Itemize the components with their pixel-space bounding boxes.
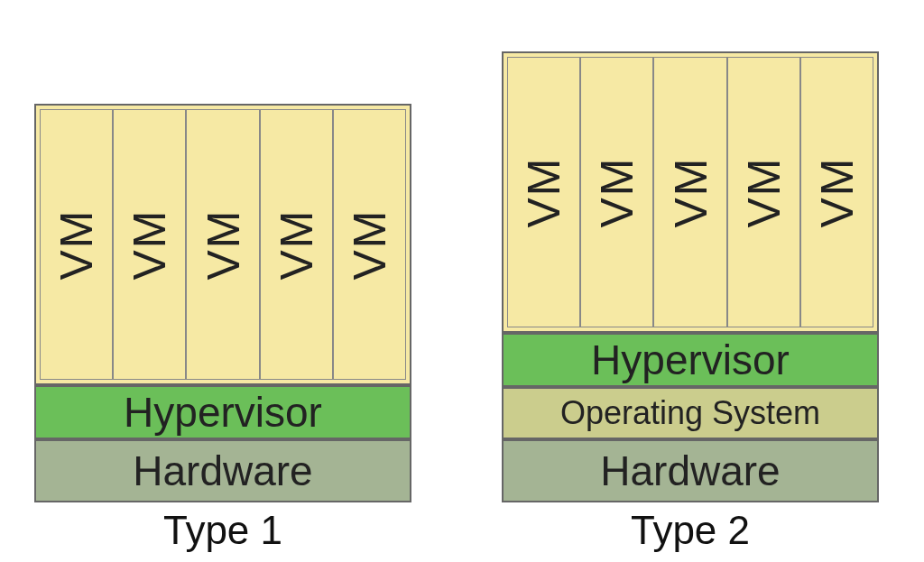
vm-box: VM [260,109,333,380]
vm-box: VM [333,109,406,380]
vm-row: VM VM VM VM VM [502,51,879,333]
vm-row: VM VM VM VM VM [34,104,411,385]
vm-box: VM [800,57,873,327]
vm-box: VM [186,109,259,380]
vm-box: VM [507,57,580,327]
stack-caption-type1: Type 1 [34,508,411,553]
hardware-layer: Hardware [34,439,411,502]
vm-box: VM [727,57,800,327]
hypervisor-layer: Hypervisor [34,385,411,439]
hypervisor-stack-type1: Hardware Hypervisor VM VM VM VM VM [34,104,411,502]
stack-caption-type2: Type 2 [502,508,879,553]
hypervisor-layer: Hypervisor [502,333,879,387]
hypervisor-stack-type2: Hardware Operating System Hypervisor VM … [502,51,879,502]
os-layer: Operating System [502,387,879,439]
hardware-layer: Hardware [502,439,879,502]
vm-box: VM [580,57,653,327]
vm-box: VM [113,109,186,380]
vm-box: VM [653,57,726,327]
vm-box: VM [40,109,113,380]
